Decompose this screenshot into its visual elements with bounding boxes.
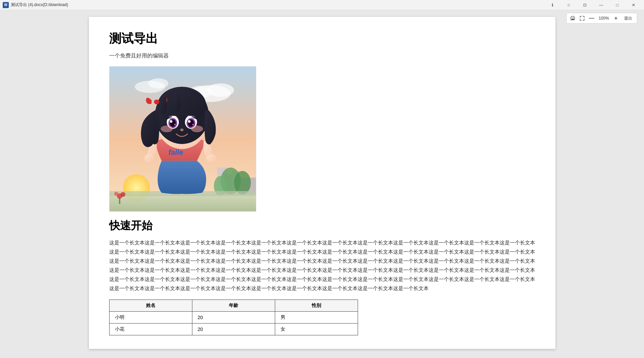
zoom-level: 100% bbox=[597, 16, 611, 21]
fullscreen-button[interactable] bbox=[578, 14, 586, 22]
doc-subtitle: 一个免费且好用的编辑器 bbox=[109, 52, 535, 59]
print-button[interactable] bbox=[569, 14, 577, 22]
doc-toolbar: — 100% + 退出 bbox=[566, 13, 637, 24]
table-cell-r1-c1: 20 bbox=[192, 324, 275, 335]
doc-title: 测试导出 bbox=[109, 30, 535, 47]
doc-table: 姓名 年龄 性别 小明20男小花20女 bbox=[109, 300, 358, 335]
svg-rect-1 bbox=[571, 19, 574, 20]
doc-image-container: falle bbox=[109, 66, 535, 212]
col-header-age: 年龄 bbox=[192, 300, 275, 312]
document-viewer[interactable]: — 100% + 退出 测试导出 一个免费且好用的编辑器 bbox=[0, 10, 644, 358]
zoom-in-button[interactable]: + bbox=[612, 14, 620, 22]
svg-point-40 bbox=[161, 125, 173, 132]
star-button[interactable]: ☆ bbox=[561, 0, 576, 10]
window-title: 测试导出 (4).docx(D:/download) bbox=[11, 2, 545, 8]
document-page: 测试导出 一个免费且好用的编辑器 bbox=[89, 17, 555, 349]
table-header-row: 姓名 年龄 性别 bbox=[109, 300, 358, 312]
svg-point-32 bbox=[170, 120, 172, 123]
doc-image: falle bbox=[109, 66, 256, 212]
exit-button[interactable]: 退出 bbox=[621, 15, 635, 22]
zoom-out-button[interactable]: — bbox=[588, 14, 596, 22]
svg-point-21 bbox=[120, 192, 125, 197]
share-button[interactable]: ⊡ bbox=[577, 0, 593, 10]
info-button[interactable]: ℹ bbox=[545, 0, 560, 10]
table-row: 小花20女 bbox=[109, 324, 358, 335]
table-cell-r1-c2: 女 bbox=[275, 324, 358, 335]
svg-rect-17 bbox=[110, 194, 256, 211]
close-button[interactable]: ✕ bbox=[626, 0, 641, 10]
svg-rect-22 bbox=[119, 197, 120, 204]
svg-point-9 bbox=[148, 78, 168, 89]
table-cell-r0-c2: 男 bbox=[275, 312, 358, 324]
svg-point-42 bbox=[144, 154, 154, 162]
col-header-name: 姓名 bbox=[109, 300, 192, 312]
table-cell-r0-c1: 20 bbox=[192, 312, 275, 324]
svg-text:falle: falle bbox=[168, 148, 183, 157]
app-body: — 100% + 退出 测试导出 一个免费且好用的编辑器 bbox=[0, 10, 644, 358]
svg-point-43 bbox=[206, 154, 216, 162]
maximize-button[interactable]: □ bbox=[610, 0, 625, 10]
svg-point-33 bbox=[174, 124, 175, 125]
app-icon: W bbox=[3, 2, 9, 8]
svg-point-28 bbox=[154, 100, 159, 104]
svg-point-20 bbox=[114, 192, 118, 196]
anime-illustration: falle bbox=[110, 66, 256, 212]
minimize-button[interactable]: — bbox=[593, 0, 609, 10]
svg-point-39 bbox=[180, 128, 184, 131]
svg-point-38 bbox=[192, 124, 193, 125]
svg-point-2 bbox=[574, 18, 574, 19]
table-cell-r0-c0: 小明 bbox=[109, 312, 192, 324]
window-controls: ℹ ☆ ⊡ — □ ✕ bbox=[545, 0, 641, 10]
svg-point-41 bbox=[191, 125, 203, 132]
svg-point-15 bbox=[234, 171, 251, 195]
col-header-gender: 性别 bbox=[275, 300, 358, 312]
svg-point-37 bbox=[188, 120, 190, 123]
section-title: 快速开始 bbox=[109, 218, 535, 233]
table-row: 小明20男 bbox=[109, 312, 358, 324]
table-cell-r1-c0: 小花 bbox=[109, 324, 192, 335]
title-bar: W 测试导出 (4).docx(D:/download) ℹ ☆ ⊡ — □ ✕ bbox=[0, 0, 644, 10]
doc-paragraph: 这是一个长文本这是一个长文本这是一个长文本这是一个长文本这是一个长文本这是一个长… bbox=[109, 238, 535, 293]
